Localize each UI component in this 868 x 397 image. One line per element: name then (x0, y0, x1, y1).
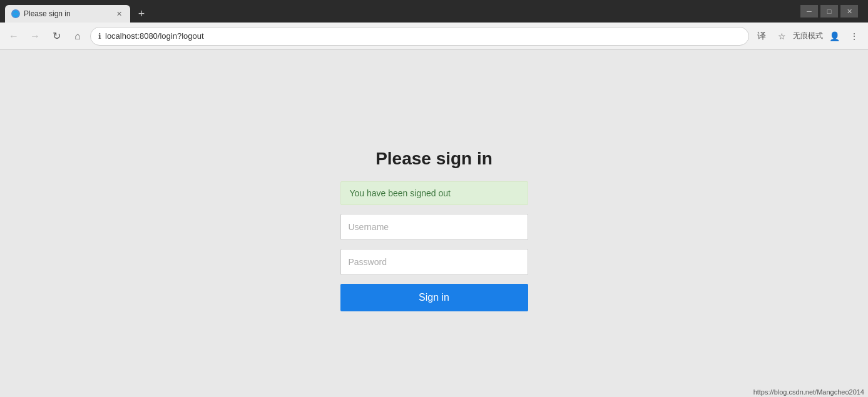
address-bar[interactable]: ℹ localhost:8080/login?logout (90, 27, 749, 46)
minimize-button[interactable]: ─ (800, 5, 818, 18)
window-controls: ─ □ ✕ (800, 5, 858, 18)
signin-button[interactable]: Sign in (340, 284, 528, 311)
tab-favicon: 🌐 (11, 9, 20, 18)
home-button[interactable]: ⌂ (69, 28, 86, 45)
username-input[interactable] (340, 214, 528, 240)
url-text: localhost:8080/login?logout (105, 31, 741, 41)
status-bar: https://blog.csdn.net/Mangcheo2014 (750, 387, 868, 397)
tab-bar: 🌐 Please sign in ✕ + (5, 0, 798, 23)
incognito-label: 无痕模式 (793, 31, 823, 41)
forward-button[interactable]: → (26, 28, 44, 45)
maximize-button[interactable]: □ (820, 5, 838, 18)
bookmark-button[interactable]: ☆ (773, 28, 790, 45)
browser-titlebar: 🌐 Please sign in ✕ + ─ □ ✕ (0, 0, 868, 23)
translate-button[interactable]: 译 (753, 28, 770, 45)
status-text: https://blog.csdn.net/Mangcheo2014 (753, 388, 864, 396)
tab-title: Please sign in (24, 9, 71, 18)
menu-button[interactable]: ⋮ (845, 28, 863, 45)
active-tab[interactable]: 🌐 Please sign in ✕ (5, 5, 130, 23)
back-button[interactable]: ← (5, 28, 23, 45)
window-close-button[interactable]: ✕ (840, 5, 858, 18)
page-content: Please sign in You have been signed out … (0, 50, 868, 397)
password-input[interactable] (340, 249, 528, 275)
tab-close-button[interactable]: ✕ (114, 9, 124, 19)
new-tab-button[interactable]: + (133, 5, 150, 23)
success-alert: You have been signed out (340, 181, 528, 205)
browser-toolbar: ← → ↻ ⌂ ℹ localhost:8080/login?logout 译 … (0, 23, 868, 50)
toolbar-actions: 译 ☆ 无痕模式 👤 ⋮ (753, 28, 863, 45)
alert-message: You have been signed out (350, 188, 451, 198)
lock-icon: ℹ (98, 32, 101, 41)
refresh-button[interactable]: ↻ (48, 28, 65, 45)
login-form-container: Please sign in You have been signed out … (340, 149, 528, 311)
profile-button[interactable]: 👤 (825, 28, 843, 45)
page-title: Please sign in (340, 149, 528, 169)
